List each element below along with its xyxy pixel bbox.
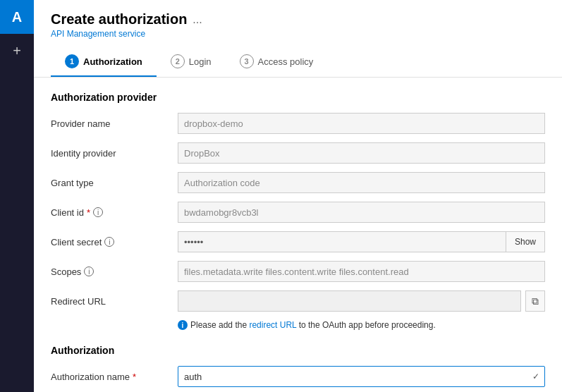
- client-secret-row: Client secret i Show: [51, 231, 545, 252]
- client-secret-input-group: Show: [178, 231, 545, 252]
- header: Create authorization ... API Management …: [34, 0, 562, 78]
- info-circle-icon: i: [178, 320, 188, 330]
- grant-type-row: Grant type: [51, 172, 545, 193]
- copy-redirect-url-button[interactable]: ⧉: [525, 290, 545, 312]
- tab-circle-1: 1: [65, 54, 79, 68]
- section2-title: Authorization: [51, 345, 545, 356]
- redirect-url-input[interactable]: [178, 290, 521, 312]
- scopes-info-icon[interactable]: i: [84, 267, 94, 276]
- identity-provider-label: Identity provider: [51, 148, 178, 159]
- auth-name-select[interactable]: auth: [178, 366, 545, 387]
- scopes-label: Scopes i: [51, 267, 178, 277]
- grant-type-label: Grant type: [51, 178, 178, 188]
- divider: [51, 337, 545, 338]
- tabs: 1 Authorization 2 Login 3 Access policy: [51, 47, 545, 77]
- sidebar-add-button[interactable]: +: [0, 37, 34, 65]
- identity-provider-input[interactable]: [178, 142, 545, 164]
- page-title: Create authorization: [51, 11, 187, 27]
- tab-authorization[interactable]: 1 Authorization: [51, 47, 157, 77]
- auth-name-row: Authorization name * auth ✓: [51, 366, 545, 387]
- client-id-info-icon[interactable]: i: [93, 207, 103, 217]
- auth-name-required: *: [133, 372, 136, 382]
- form-area: Authorization provider Provider name Ide…: [34, 78, 562, 392]
- tab-authorization-label: Authorization: [83, 56, 142, 67]
- client-secret-label: Client secret i: [51, 237, 178, 247]
- auth-name-label: Authorization name *: [51, 372, 178, 382]
- section1-title: Authorization provider: [51, 92, 545, 103]
- identity-provider-row: Identity provider: [51, 142, 545, 164]
- redirect-url-link[interactable]: redirect URL: [249, 320, 296, 330]
- scopes-row: Scopes i: [51, 261, 545, 282]
- provider-name-input[interactable]: [178, 113, 545, 134]
- main-content: Create authorization ... API Management …: [34, 0, 562, 392]
- provider-name-row: Provider name: [51, 113, 545, 134]
- redirect-url-label: Redirect URL: [51, 296, 178, 307]
- client-secret-input[interactable]: [178, 231, 506, 252]
- auth-name-select-wrapper: auth ✓: [178, 366, 545, 387]
- tab-login[interactable]: 2 Login: [157, 47, 226, 77]
- sidebar-logo: A: [0, 0, 34, 34]
- tab-circle-2: 2: [171, 54, 185, 68]
- tab-access-policy-label: Access policy: [258, 56, 314, 67]
- ellipsis-menu[interactable]: ...: [193, 13, 202, 26]
- redirect-url-group: ⧉: [178, 290, 545, 312]
- tab-access-policy[interactable]: 3 Access policy: [226, 47, 328, 77]
- sidebar: A +: [0, 0, 34, 392]
- header-subtitle: API Management service: [51, 29, 545, 39]
- client-id-required: *: [87, 207, 90, 218]
- redirect-url-info-message: i Please add the redirect URL to the OAu…: [178, 320, 545, 330]
- client-secret-info-icon[interactable]: i: [104, 237, 114, 247]
- client-id-row: Client id * i: [51, 202, 545, 223]
- client-id-label: Client id * i: [51, 207, 178, 218]
- scopes-input[interactable]: [178, 261, 545, 282]
- grant-type-input[interactable]: [178, 172, 545, 193]
- provider-name-label: Provider name: [51, 118, 178, 129]
- show-secret-button[interactable]: Show: [506, 231, 545, 252]
- tab-login-label: Login: [189, 56, 212, 67]
- redirect-url-row: Redirect URL ⧉: [51, 290, 545, 312]
- tab-circle-3: 3: [240, 54, 254, 68]
- client-id-input[interactable]: [178, 202, 545, 223]
